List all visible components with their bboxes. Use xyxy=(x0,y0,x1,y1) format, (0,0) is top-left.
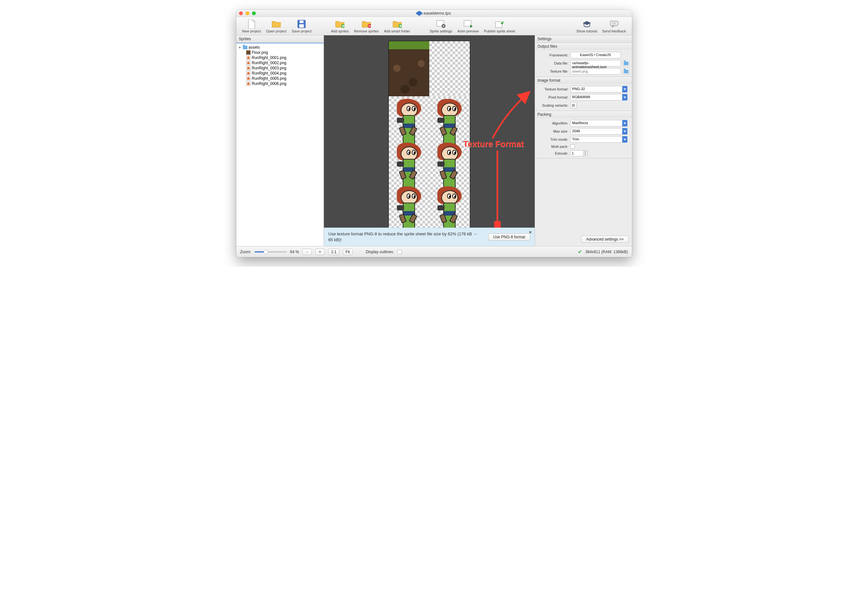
sprite-thumbnail-icon xyxy=(246,55,251,60)
tree-item[interactable]: RunRight_0006.png xyxy=(236,81,323,86)
close-window-button[interactable] xyxy=(239,11,243,15)
file-icon xyxy=(248,19,255,28)
app-icon xyxy=(416,10,423,16)
publish-button[interactable]: Publish sprite sheet xyxy=(482,19,517,34)
close-hint-button[interactable]: ✕ xyxy=(528,230,532,235)
tree-item[interactable]: RunRight_0002.png xyxy=(236,60,323,65)
add-smart-folder-button[interactable]: Add smart folder xyxy=(382,19,412,34)
sprite-thumbnail-icon xyxy=(246,76,251,81)
export-icon xyxy=(495,20,504,28)
speech-bubble-icon xyxy=(610,21,619,28)
chevron-down-icon[interactable]: ▼ xyxy=(583,153,588,156)
zoom-1to1-button[interactable]: 1:1 xyxy=(328,249,340,255)
sprites-tree[interactable]: ▼ assets Floor.png RunRight_0001.png Run… xyxy=(236,43,323,246)
svg-point-8 xyxy=(443,25,444,27)
multi-pack-label: Multi pack: xyxy=(537,144,568,149)
zoom-window-button[interactable] xyxy=(252,11,256,15)
algorithm-label: Algorithm: xyxy=(537,121,568,125)
texture-file-label: Texture file: xyxy=(537,69,568,73)
packing-header: Packing xyxy=(535,111,632,118)
tree-item[interactable]: RunRight_0005.png xyxy=(236,76,323,81)
tree-item[interactable]: RunRight_0001.png xyxy=(236,55,323,60)
extrude-label: Extrude: xyxy=(537,152,568,155)
sprite-thumbnail-icon xyxy=(246,71,251,75)
chevron-up-icon[interactable]: ▲ xyxy=(583,151,588,153)
texture-format-select[interactable]: PNG-32 xyxy=(570,86,627,92)
send-feedback-button[interactable]: Send feedback xyxy=(600,19,628,34)
svg-rect-1 xyxy=(299,24,304,28)
sprite-settings-button[interactable]: Sprite settings xyxy=(428,19,454,34)
tree-item[interactable]: Floor.png xyxy=(236,50,323,55)
browse-data-file-button[interactable] xyxy=(623,60,629,66)
trim-mode-label: Trim mode: xyxy=(537,137,568,141)
zoom-value: 64 % xyxy=(290,250,299,254)
tree-item[interactable]: RunRight_0003.png xyxy=(236,65,323,71)
extrude-stepper[interactable]: ▲▼ xyxy=(570,150,627,156)
check-icon: ✔ xyxy=(578,249,582,255)
sprites-panel-title: Sprites xyxy=(236,35,323,43)
sprite-thumbnail-icon xyxy=(246,50,251,55)
settings-panel: Settings Output files Framework: EaselJS… xyxy=(535,35,632,246)
tree-folder-assets[interactable]: ▼ assets xyxy=(236,45,323,50)
disclosure-triangle-icon[interactable]: ▼ xyxy=(238,46,242,49)
folder-plus-icon xyxy=(335,20,344,28)
sprite-frame xyxy=(389,96,429,140)
display-outlines-label: Display outlines: xyxy=(366,250,394,254)
max-size-label: Max size: xyxy=(537,129,568,133)
open-project-button[interactable]: Open project xyxy=(264,19,289,34)
trim-mode-select[interactable]: Trim xyxy=(570,136,627,143)
browse-texture-file-button[interactable] xyxy=(623,68,629,75)
anim-preview-button[interactable]: Anim preview xyxy=(456,19,481,34)
hint-message: Use texture format PNG-8 to reduce the s… xyxy=(328,231,482,243)
folder-minus-icon xyxy=(362,20,371,28)
remove-sprites-button[interactable]: Remove sprites xyxy=(352,19,381,34)
window-title: easeldemo.tps xyxy=(424,11,451,16)
framework-label: Framework: xyxy=(537,53,568,57)
framework-select[interactable]: EaselJS / CreateJS xyxy=(570,52,621,58)
display-outlines-checkbox[interactable] xyxy=(397,250,402,254)
chevron-down-icon xyxy=(622,128,627,134)
new-project-button[interactable]: New project xyxy=(240,19,263,34)
tree-item[interactable]: RunRight_0004.png xyxy=(236,71,323,76)
slider-knob[interactable] xyxy=(264,250,268,254)
max-size-select[interactable]: 2048 xyxy=(570,128,627,134)
texture-format-label: Texture format: xyxy=(537,87,568,91)
add-sprites-button[interactable]: Add sprites xyxy=(329,19,351,34)
chevron-down-icon xyxy=(622,120,627,127)
zoom-in-button[interactable]: + xyxy=(315,249,325,255)
sprite-frame xyxy=(429,96,470,140)
titlebar: easeldemo.tps xyxy=(236,10,632,17)
chevron-down-icon xyxy=(622,86,627,92)
scaling-variants-label: Scaling variants: xyxy=(537,103,568,107)
zoom-out-button[interactable]: - xyxy=(302,249,312,255)
zoom-fit-button[interactable]: Fit xyxy=(343,249,353,255)
output-files-header: Output files xyxy=(535,43,632,50)
chevron-down-icon xyxy=(622,136,627,143)
pixel-format-label: Pixel format: xyxy=(537,95,568,99)
multi-pack-checkbox[interactable] xyxy=(570,144,575,149)
graduation-cap-icon xyxy=(582,21,591,28)
svg-rect-11 xyxy=(610,21,618,26)
show-tutorial-button[interactable]: Show tutorial xyxy=(574,19,599,34)
texture-file-field[interactable] xyxy=(570,68,621,75)
hint-bar: Use texture format PNG-8 to reduce the s… xyxy=(324,228,535,246)
image-format-header: Image format xyxy=(535,77,632,84)
advanced-settings-button[interactable]: Advanced settings >> xyxy=(582,236,628,243)
minimize-window-button[interactable] xyxy=(245,11,249,15)
zoom-slider[interactable] xyxy=(254,251,287,252)
settings-title: Settings xyxy=(535,35,632,43)
statusbar: Zoom: 64 % - + 1:1 Fit Display outlines:… xyxy=(236,246,632,257)
svg-rect-2 xyxy=(300,21,304,23)
folder-gear-plus-icon xyxy=(393,20,402,28)
scaling-variants-button[interactable] xyxy=(570,102,577,109)
chevron-down-icon xyxy=(622,94,627,100)
save-project-button[interactable]: Save project xyxy=(290,19,313,34)
use-png8-button[interactable]: Use PNG-8 format xyxy=(488,233,530,240)
sprite-sheet-preview[interactable] xyxy=(389,41,470,228)
data-file-field[interactable]: os/easeljs-animations/sheet.json xyxy=(570,60,621,66)
pixel-format-select[interactable]: RGBA8888 xyxy=(570,94,627,100)
algorithm-select[interactable]: MaxRects xyxy=(570,120,627,127)
image-play-icon xyxy=(464,20,473,28)
sprite-thumbnail-icon xyxy=(246,66,251,70)
sprite-floor xyxy=(389,41,429,96)
